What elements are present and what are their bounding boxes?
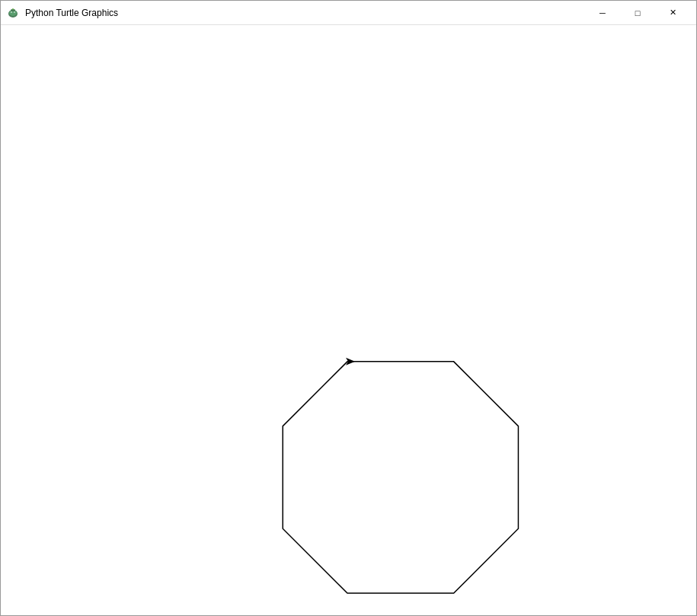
app-icon <box>7 7 19 19</box>
canvas-area <box>1 25 696 615</box>
svg-point-4 <box>14 11 15 13</box>
titlebar: Python Turtle Graphics ─ □ ✕ <box>1 1 696 25</box>
window-title: Python Turtle Graphics <box>25 8 118 18</box>
titlebar-left: Python Turtle Graphics <box>7 7 118 19</box>
svg-rect-5 <box>12 8 14 10</box>
close-button[interactable]: ✕ <box>655 1 690 25</box>
minimize-button[interactable]: ─ <box>585 1 620 25</box>
octagon-shape <box>283 362 518 593</box>
titlebar-controls: ─ □ ✕ <box>585 1 690 25</box>
window: Python Turtle Graphics ─ □ ✕ <box>0 0 697 616</box>
svg-point-3 <box>11 11 12 13</box>
maximize-button[interactable]: □ <box>620 1 655 25</box>
turtle-canvas <box>1 25 696 615</box>
